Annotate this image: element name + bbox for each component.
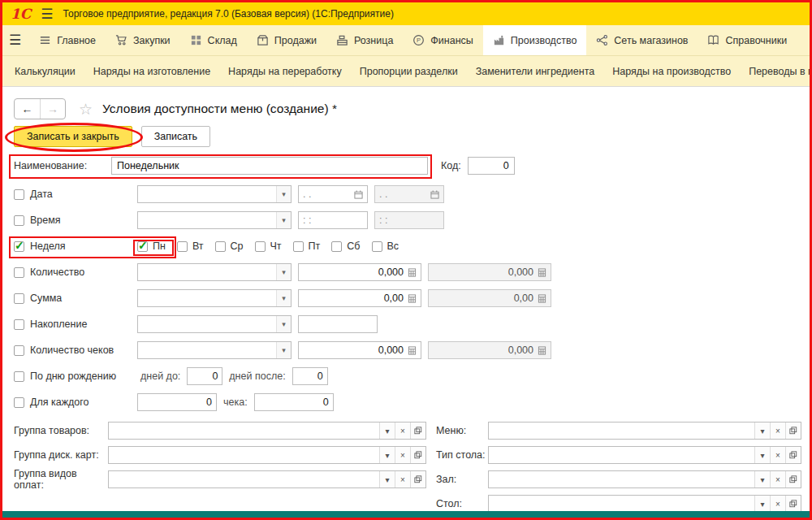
receipt-count-from-input[interactable]: 0,000 <box>298 341 421 359</box>
calendar-icon[interactable] <box>354 190 363 199</box>
receipt-count-condition-combo[interactable]: ▾ <box>137 341 292 359</box>
name-input[interactable] <box>111 157 428 175</box>
receipt-count-to-input[interactable]: 0,000 <box>428 341 551 359</box>
open-icon[interactable] <box>785 447 801 463</box>
chevron-down-icon[interactable]: ▾ <box>754 471 770 488</box>
sum-condition-combo[interactable]: ▾ <box>137 289 292 307</box>
submenu-item-manufacturing-orders[interactable]: Наряды на изготовление <box>93 66 210 77</box>
clear-icon[interactable]: × <box>395 422 410 439</box>
date-from-input[interactable]: . . <box>298 185 368 203</box>
tab-warehouse[interactable]: Склад <box>180 25 247 55</box>
thu-checkbox[interactable] <box>255 241 266 252</box>
save-and-close-button[interactable]: Записать и закрыть <box>14 126 132 147</box>
wed-checkbox[interactable] <box>215 241 226 252</box>
time-condition-combo[interactable]: ▾ <box>137 211 292 229</box>
check-value-input[interactable]: 0 <box>254 393 334 411</box>
calculator-icon[interactable] <box>408 294 417 303</box>
calculator-icon[interactable] <box>538 268 546 277</box>
code-input[interactable]: 0 <box>468 157 515 175</box>
tab-finance[interactable]: Р Финансы <box>403 25 482 55</box>
hall-input[interactable]: ▾ × <box>488 470 801 488</box>
sum-checkbox[interactable] <box>14 293 24 304</box>
chevron-down-icon[interactable]: ▾ <box>754 447 770 463</box>
submenu-item-cutting-proportions[interactable]: Пропорции разделки <box>360 66 458 77</box>
chevron-down-icon[interactable]: ▾ <box>276 264 291 280</box>
sun-checkbox[interactable] <box>372 241 382 252</box>
clear-icon[interactable]: × <box>770 422 785 439</box>
calculator-icon[interactable] <box>538 346 546 355</box>
chevron-down-icon[interactable]: ▾ <box>276 212 291 228</box>
tue-checkbox[interactable] <box>177 241 188 252</box>
table-input[interactable]: ▾ × <box>488 495 801 513</box>
tab-purchases[interactable]: Закупки <box>106 25 180 55</box>
table-type-input[interactable]: ▾ × <box>488 446 801 464</box>
clear-icon[interactable]: × <box>770 447 785 463</box>
clear-icon[interactable]: × <box>770 471 785 488</box>
submenu-item-ingredient-substitutes[interactable]: Заменители ингредиента <box>476 66 595 77</box>
week-checkbox[interactable] <box>14 241 24 252</box>
forward-icon[interactable]: → <box>40 99 65 119</box>
open-icon[interactable] <box>785 496 801 512</box>
clear-icon[interactable]: × <box>395 471 410 488</box>
open-icon[interactable] <box>410 471 425 488</box>
time-checkbox[interactable] <box>14 215 24 226</box>
sum-from-input[interactable]: 0,00 <box>298 289 421 307</box>
quantity-from-input[interactable]: 0,000 <box>298 263 421 281</box>
receipt-count-checkbox[interactable] <box>14 345 24 356</box>
accumulation-condition-combo[interactable]: ▾ <box>137 315 292 333</box>
back-icon[interactable]: ← <box>15 99 40 119</box>
save-button[interactable]: Записать <box>141 126 210 147</box>
sum-to-input[interactable]: 0,00 <box>428 289 551 307</box>
time-from-input[interactable]: : : <box>298 211 368 229</box>
accumulation-checkbox[interactable] <box>14 319 24 330</box>
clear-icon[interactable]: × <box>770 496 785 512</box>
date-to-input[interactable]: . . <box>374 185 444 203</box>
clear-icon[interactable]: × <box>395 447 410 463</box>
chevron-down-icon[interactable]: ▾ <box>276 186 291 202</box>
days-before-input[interactable]: 0 <box>187 367 222 385</box>
quantity-to-input[interactable]: 0,000 <box>428 263 551 281</box>
favorite-star-icon[interactable]: ☆ <box>79 100 93 119</box>
open-icon[interactable] <box>785 422 801 439</box>
calculator-icon[interactable] <box>408 346 417 355</box>
calendar-icon[interactable] <box>430 190 439 199</box>
time-to-input[interactable]: : : <box>374 211 444 229</box>
every-nth-value-input[interactable]: 0 <box>137 393 217 411</box>
mon-checkbox[interactable] <box>137 241 148 252</box>
chevron-down-icon[interactable]: ▾ <box>754 422 770 439</box>
sat-checkbox[interactable] <box>331 241 342 252</box>
submenu-item-production-transfers[interactable]: Переводы в производство <box>749 66 810 77</box>
quantity-condition-combo[interactable]: ▾ <box>137 263 292 281</box>
chevron-down-icon[interactable]: ▾ <box>379 447 395 463</box>
open-icon[interactable] <box>410 422 425 439</box>
calculator-icon[interactable] <box>408 268 417 277</box>
tab-reference[interactable]: Справочники <box>698 25 797 55</box>
accumulation-input[interactable] <box>298 315 378 333</box>
every-nth-checkbox[interactable] <box>14 397 24 408</box>
chevron-down-icon[interactable]: ▾ <box>754 496 770 512</box>
main-menu-icon[interactable]: ☰ <box>41 7 53 21</box>
open-icon[interactable] <box>785 471 801 488</box>
birthday-checkbox[interactable] <box>14 371 24 382</box>
submenu-item-production-orders[interactable]: Наряды на производство <box>612 66 731 77</box>
chevron-down-icon[interactable]: ▾ <box>276 316 291 332</box>
tab-store-network[interactable]: Сеть магазинов <box>586 25 698 55</box>
tab-sales[interactable]: Продажи <box>247 25 326 55</box>
submenu-item-processing-orders[interactable]: Наряды на переработку <box>228 66 342 77</box>
sections-list-icon[interactable]: ☰ <box>9 33 21 47</box>
submenu-item-calculations[interactable]: Калькуляции <box>15 66 76 77</box>
date-checkbox[interactable] <box>14 189 24 200</box>
fri-checkbox[interactable] <box>293 241 304 252</box>
discount-card-group-input[interactable]: ▾ × <box>108 446 426 464</box>
tab-retail[interactable]: Розница <box>326 25 403 55</box>
chevron-down-icon[interactable]: ▾ <box>276 290 291 306</box>
days-after-input[interactable]: 0 <box>292 367 328 385</box>
chevron-down-icon[interactable]: ▾ <box>379 422 395 439</box>
quantity-checkbox[interactable] <box>14 267 24 278</box>
date-condition-combo[interactable]: ▾ <box>137 185 292 203</box>
tab-main[interactable]: Главное <box>29 25 106 55</box>
menu-input[interactable]: ▾ × <box>488 422 801 440</box>
chevron-down-icon[interactable]: ▾ <box>276 342 291 358</box>
tab-production[interactable]: Производство <box>483 25 587 55</box>
payment-type-group-input[interactable]: ▾ × <box>108 470 426 488</box>
